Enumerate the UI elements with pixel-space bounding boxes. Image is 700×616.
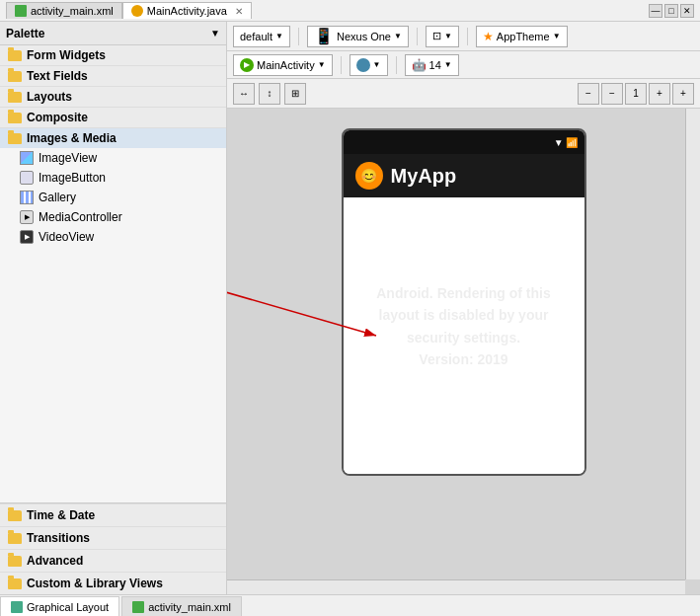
- tab-graphical-layout[interactable]: Graphical Layout: [0, 596, 119, 616]
- palette-category-transitions[interactable]: Transitions: [0, 526, 226, 549]
- xml-icon: [132, 601, 144, 613]
- device-dropdown[interactable]: 📱 Nexus One ▼: [307, 26, 409, 47]
- folder-icon-transitions: [8, 533, 22, 544]
- activity-dropdown[interactable]: ▶ MainActivity ▼: [233, 54, 333, 76]
- category-label-transitions: Transitions: [27, 531, 90, 545]
- tab-activity-xml[interactable]: activity_main.xml: [6, 2, 122, 19]
- palette-category-form-widgets[interactable]: Form Widgets: [0, 45, 226, 65]
- folder-icon-custom: [8, 578, 22, 589]
- folder-icon-time: [8, 510, 22, 521]
- imagebutton-icon: [20, 171, 34, 185]
- fit-width-button[interactable]: ↔: [233, 83, 255, 105]
- palette-category-custom-library[interactable]: Custom & Library Views: [0, 572, 226, 594]
- fit-height-button[interactable]: ↕: [259, 83, 280, 105]
- zoom-out-button[interactable]: −: [578, 83, 599, 105]
- gallery-icon: [20, 191, 34, 204]
- api-arrow: ▼: [444, 60, 452, 69]
- restore-button[interactable]: □: [664, 4, 678, 18]
- phone-mockup: ▼ 📶 😊 MyApp Android. Rendering of this l…: [342, 128, 586, 476]
- tab-xml-bottom-label: activity_main.xml: [148, 601, 231, 613]
- layout-tools: ↔ ↕ ⊞ − − 1 + +: [227, 79, 700, 109]
- theme-dropdown[interactable]: ★ AppTheme ▼: [476, 26, 568, 47]
- graphical-layout-icon: [11, 601, 23, 613]
- zoom-in-button[interactable]: +: [672, 83, 694, 105]
- palette-item-imagebutton[interactable]: ImageButton: [0, 168, 226, 188]
- toolbar-row-2: ▶ MainActivity ▼ ▼ 🤖 14 ▼: [227, 51, 700, 79]
- zoom-out-small-button[interactable]: −: [601, 83, 623, 105]
- folder-icon-layouts: [8, 92, 22, 103]
- palette-category-layouts[interactable]: Layouts: [0, 86, 226, 107]
- zoom-in-small-button[interactable]: +: [649, 83, 670, 105]
- close-tab-icon[interactable]: ✕: [235, 6, 243, 17]
- activity-icon: ▶: [240, 58, 254, 72]
- folder-icon-advanced: [8, 556, 22, 567]
- item-label-videoview: VideoView: [39, 230, 94, 244]
- orientation-dropdown[interactable]: ⊡ ▼: [426, 26, 459, 47]
- palette-category-advanced[interactable]: Advanced: [0, 549, 226, 572]
- vertical-scrollbar[interactable]: [685, 109, 700, 579]
- palette-category-text-fields[interactable]: Text Fields: [0, 65, 226, 86]
- grid-button[interactable]: ⊞: [284, 83, 306, 105]
- zoom-reset-button[interactable]: 1: [625, 83, 647, 105]
- category-label-form-widgets: Form Widgets: [27, 48, 106, 62]
- watermark-line2: layout is disabled by your: [365, 305, 563, 327]
- category-label-custom: Custom & Library Views: [27, 577, 163, 590]
- tab-graphical-label: Graphical Layout: [27, 601, 109, 613]
- videoview-icon: ▶: [20, 230, 34, 244]
- horizontal-scrollbar[interactable]: [227, 579, 685, 594]
- theme-label: AppTheme: [497, 31, 550, 42]
- palette-category-composite[interactable]: Composite: [0, 107, 226, 127]
- palette-header: Palette ▼: [0, 22, 226, 45]
- locale-dropdown[interactable]: ▼: [350, 54, 388, 76]
- phone-status-bar: ▼ 📶: [344, 130, 584, 154]
- category-label-time: Time & Date: [27, 508, 95, 522]
- category-label-images: Images & Media: [27, 131, 117, 145]
- folder-icon-composite: [8, 113, 22, 123]
- sep4: [341, 56, 342, 74]
- mediacontroller-icon: ▶: [20, 210, 34, 224]
- orientation-icon: ⊡: [432, 30, 441, 42]
- default-dropdown[interactable]: default ▼: [233, 26, 290, 47]
- folder-icon-text: [8, 71, 22, 82]
- java-file-icon: [131, 5, 143, 17]
- device-arrow: ▼: [394, 32, 402, 40]
- signal-icon: ▼ 📶: [554, 137, 579, 148]
- tab-java-label: MainActivity.java: [147, 5, 227, 17]
- default-arrow: ▼: [275, 32, 283, 40]
- title-tabs: activity_main.xml MainActivity.java ✕: [6, 2, 252, 19]
- activity-arrow: ▼: [318, 60, 326, 69]
- default-label: default: [240, 31, 272, 42]
- palette-item-videoview[interactable]: ▶ VideoView: [0, 227, 226, 247]
- category-label-text-fields: Text Fields: [27, 69, 88, 83]
- palette-item-mediacontroller[interactable]: ▶ MediaController: [0, 207, 226, 227]
- close-button[interactable]: ✕: [680, 4, 694, 18]
- watermark-line4: Version: 2019: [365, 348, 563, 370]
- device-label: Nexus One: [337, 31, 391, 42]
- sidebar-bottom: Time & Date Transitions Advanced Custom …: [0, 502, 226, 594]
- locale-arrow: ▼: [373, 60, 381, 69]
- category-label-layouts: Layouts: [27, 90, 72, 104]
- toolbar-row-1: default ▼ 📱 Nexus One ▼ ⊡ ▼ ★ AppTheme ▼: [227, 22, 700, 51]
- item-label-gallery: Gallery: [39, 191, 76, 204]
- imageview-icon: [20, 151, 34, 165]
- api-dropdown[interactable]: 🤖 14 ▼: [405, 54, 459, 76]
- palette-item-imageview[interactable]: ImageView: [0, 148, 226, 168]
- item-label-imageview: ImageView: [39, 151, 97, 165]
- palette-item-gallery[interactable]: Gallery: [0, 188, 226, 207]
- tab-mainactivity-java[interactable]: MainActivity.java ✕: [122, 2, 252, 19]
- sep2: [417, 28, 418, 45]
- category-label-advanced: Advanced: [27, 554, 83, 568]
- app-title: MyApp: [391, 165, 457, 188]
- star-icon: ★: [483, 30, 494, 43]
- palette-collapse-arrow[interactable]: ▼: [210, 28, 220, 38]
- app-icon-emoji: 😊: [360, 168, 377, 184]
- activity-label: MainActivity: [257, 59, 315, 71]
- item-label-mediacontroller: MediaController: [39, 210, 122, 224]
- palette-category-images-media[interactable]: Images & Media: [0, 127, 226, 148]
- tab-activity-xml-bottom[interactable]: activity_main.xml: [121, 596, 242, 616]
- editor-area: default ▼ 📱 Nexus One ▼ ⊡ ▼ ★ AppTheme ▼: [227, 22, 700, 594]
- theme-arrow: ▼: [553, 32, 561, 40]
- minimize-button[interactable]: —: [649, 4, 662, 18]
- palette-category-time-date[interactable]: Time & Date: [0, 503, 226, 526]
- sep3: [467, 28, 468, 45]
